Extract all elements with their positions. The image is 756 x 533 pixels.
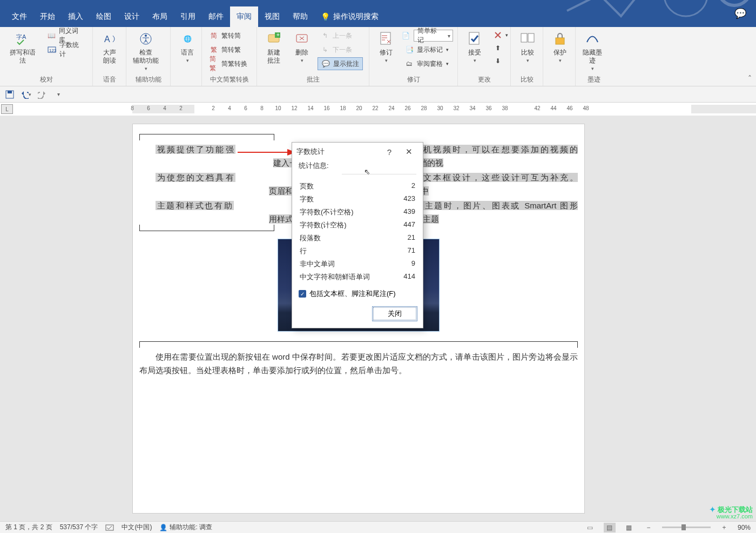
svg-point-0 bbox=[718, 0, 751, 5]
speaker-icon: A bbox=[101, 30, 118, 48]
reject-button[interactable]: ▾ bbox=[490, 29, 511, 41]
dialog-title: 字数统计 bbox=[296, 147, 380, 157]
tab-home[interactable]: 开始 bbox=[33, 6, 62, 27]
share-button[interactable]: 💬 bbox=[734, 8, 746, 19]
watermark: ✦ 极光下载站 www.xz7.com bbox=[710, 506, 753, 520]
zoom-out-button[interactable]: − bbox=[643, 523, 654, 532]
read-mode-button[interactable]: ▭ bbox=[584, 523, 596, 532]
check-accessibility-button[interactable]: 检查 辅助功能▾ bbox=[131, 29, 161, 72]
reject-icon bbox=[494, 31, 502, 39]
accessibility-icon bbox=[137, 30, 154, 48]
redo-button[interactable] bbox=[37, 89, 48, 100]
svg-rect-13 bbox=[469, 32, 479, 44]
hide-ink-button[interactable]: 隐藏墨 迹▾ bbox=[580, 29, 605, 72]
spellcheck-status[interactable] bbox=[105, 524, 114, 531]
tab-design[interactable]: 设计 bbox=[118, 6, 146, 27]
tab-draw[interactable]: 绘图 bbox=[90, 6, 118, 27]
compare-icon bbox=[519, 30, 536, 48]
compare-button[interactable]: 比较▾ bbox=[515, 29, 540, 64]
word-count-status[interactable]: 537/537 个字 bbox=[60, 523, 98, 532]
page-count-status[interactable]: 第 1 页，共 2 页 bbox=[5, 523, 52, 532]
paragraph[interactable]: 使用在需要位置出现的新按钮在 word 中保存时间。若要更改图片适应文档的方式，… bbox=[139, 350, 578, 377]
stat-label: 字符数(计空格) bbox=[300, 220, 347, 230]
tell-me-search[interactable]: 💡 操作说明搜索 bbox=[314, 6, 385, 27]
dialog-close-btn[interactable]: 关闭 bbox=[372, 306, 417, 321]
title-bar: 文件 开始 插入 绘图 设计 布局 引用 邮件 审阅 视图 帮助 💡 操作说明搜… bbox=[0, 0, 756, 27]
stat-value: 447 bbox=[403, 220, 415, 230]
red-arrow-annotation bbox=[238, 147, 297, 158]
reviewing-pane-button[interactable]: 🗂审阅窗格▾ bbox=[402, 57, 453, 70]
prev-comment-button[interactable]: ↰上一条 bbox=[318, 29, 363, 42]
tab-references[interactable]: 引用 bbox=[174, 6, 202, 27]
tab-review[interactable]: 审阅 bbox=[230, 6, 258, 27]
collapse-ribbon-button[interactable]: ˄ bbox=[748, 74, 752, 83]
delete-comment-button[interactable]: 删除▾ bbox=[289, 29, 314, 64]
stat-value: 71 bbox=[408, 246, 415, 256]
zoom-in-button[interactable]: + bbox=[718, 523, 730, 532]
tab-mailings[interactable]: 邮件 bbox=[202, 6, 230, 27]
ribbon: 字A 拼写和语法 📖同义词库 123字数统计 校对 A大声 朗读 语音 检查 辅… bbox=[0, 27, 756, 86]
new-comment-button[interactable]: +新建 批注 bbox=[261, 29, 286, 66]
tab-insert[interactable]: 插入 bbox=[62, 6, 90, 27]
undo-button[interactable]: ▾ bbox=[21, 89, 31, 100]
show-comments-button[interactable]: 💬显示批注 bbox=[318, 57, 363, 70]
stat-value: 439 bbox=[403, 207, 415, 217]
save-button[interactable] bbox=[4, 89, 15, 100]
language-button[interactable]: 🌐语言▾ bbox=[175, 29, 200, 64]
comment-add-icon: + bbox=[265, 30, 282, 48]
show-markup-button[interactable]: 📑显示标记▾ bbox=[402, 43, 453, 56]
spelling-grammar-button[interactable]: 字A 拼写和语法 bbox=[4, 29, 41, 66]
group-label-comments: 批注 bbox=[261, 75, 364, 85]
svg-text:A: A bbox=[104, 35, 110, 44]
read-aloud-button[interactable]: A大声 朗读 bbox=[97, 29, 122, 66]
protect-button[interactable]: 保护▾ bbox=[548, 29, 572, 64]
print-layout-button[interactable]: ▤ bbox=[604, 523, 616, 532]
svg-rect-15 bbox=[528, 33, 534, 42]
traditional-to-simplified-button[interactable]: 简繁转简 bbox=[206, 29, 251, 42]
stat-label: 行 bbox=[300, 246, 307, 256]
horizontal-ruler[interactable]: 8642246810121416182022242628303234363842… bbox=[132, 105, 756, 113]
ruler-tab-selector[interactable]: L bbox=[1, 104, 13, 114]
include-textboxes-checkbox[interactable]: ✓ 包括文本框、脚注和尾注(F) bbox=[292, 284, 423, 303]
chevron-down-icon: ▾ bbox=[385, 58, 388, 63]
zoom-slider[interactable] bbox=[662, 527, 711, 528]
track-changes-button[interactable]: 修订▾ bbox=[374, 29, 399, 64]
word-count-button[interactable]: 123字数统计 bbox=[44, 43, 88, 56]
dialog-help-button[interactable]: ? bbox=[380, 144, 399, 160]
next-icon: ↳ bbox=[321, 45, 329, 54]
stat-label: 字符数(不计空格) bbox=[300, 207, 354, 217]
prev-change-button[interactable]: ⬆ bbox=[490, 42, 511, 54]
stats-heading: 统计信息: bbox=[299, 161, 329, 170]
s2t-icon: 繁 bbox=[210, 45, 218, 54]
dialog-close-button[interactable]: ✕ bbox=[399, 144, 418, 160]
svg-rect-12 bbox=[381, 32, 390, 44]
language-status[interactable]: 中文(中国) bbox=[122, 523, 152, 532]
next-comment-button[interactable]: ↳下一条 bbox=[318, 43, 363, 56]
group-label-compare: 比较 bbox=[515, 75, 538, 85]
next-change-button[interactable]: ⬇ bbox=[490, 55, 511, 67]
zoom-level[interactable]: 90% bbox=[738, 524, 751, 531]
lightbulb-icon: 💡 bbox=[321, 12, 330, 21]
display-for-review-select[interactable]: 📄简单标记 bbox=[402, 29, 453, 42]
stat-label: 中文字符和朝鲜语单词 bbox=[300, 272, 370, 282]
tab-layout[interactable]: 布局 bbox=[146, 6, 174, 27]
tab-help[interactable]: 帮助 bbox=[286, 6, 314, 27]
stat-row: 非中文单词9 bbox=[292, 258, 423, 271]
web-layout-button[interactable]: ▦ bbox=[623, 523, 635, 532]
chevron-down-icon: ▾ bbox=[474, 58, 476, 63]
tab-file[interactable]: 文件 bbox=[5, 6, 33, 27]
markup-icon: 📄 bbox=[402, 31, 410, 40]
convert-icon: 简繁 bbox=[210, 59, 218, 68]
group-label-accessibility: 辅助功能 bbox=[131, 75, 166, 85]
prev-change-icon: ⬆ bbox=[494, 44, 502, 52]
t2s-icon: 简 bbox=[210, 31, 218, 40]
svg-text:+: + bbox=[276, 32, 280, 38]
group-label-protect bbox=[548, 75, 571, 85]
svg-rect-14 bbox=[521, 33, 527, 42]
accessibility-status[interactable]: 👤辅助功能: 调查 bbox=[159, 523, 212, 532]
customize-qat-button[interactable]: ▾ bbox=[53, 89, 64, 100]
tab-view[interactable]: 视图 bbox=[258, 6, 286, 27]
accept-button[interactable]: 接受▾ bbox=[462, 29, 487, 64]
stat-label: 段落数 bbox=[300, 233, 321, 243]
chinese-conversion-button[interactable]: 简繁简繁转换 bbox=[206, 57, 251, 70]
